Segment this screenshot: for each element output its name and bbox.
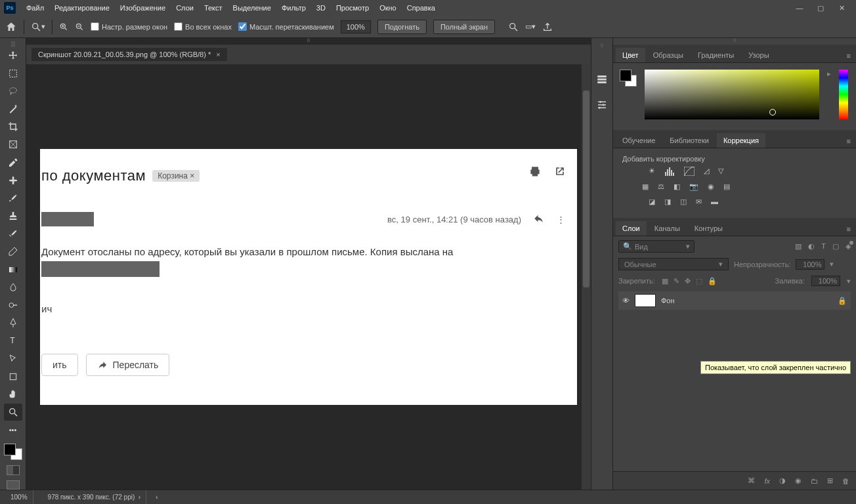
wand-tool[interactable] bbox=[4, 101, 22, 117]
home-icon[interactable] bbox=[5, 21, 17, 33]
lock-all-icon[interactable]: 🔒 bbox=[708, 277, 717, 285]
drag-handle-icon[interactable]: ⠿ bbox=[11, 41, 16, 46]
zoom-tool[interactable] bbox=[4, 404, 22, 420]
tab-color[interactable]: Цвет bbox=[616, 48, 645, 62]
blend-mode-select[interactable]: Обычные▾ bbox=[618, 258, 729, 270]
healing-tool[interactable] bbox=[4, 172, 22, 188]
search-icon[interactable] bbox=[508, 22, 519, 32]
color-swatches[interactable] bbox=[4, 444, 22, 460]
filter-adjust-icon[interactable]: ◐ bbox=[808, 242, 815, 251]
group-icon[interactable]: 🗀 bbox=[811, 477, 818, 485]
new-layer-icon[interactable]: ⊞ bbox=[827, 476, 833, 485]
threshold-icon[interactable]: ◫ bbox=[680, 198, 687, 206]
menu-text[interactable]: Текст bbox=[199, 0, 228, 16]
filter-toggle-icon[interactable] bbox=[849, 241, 853, 245]
menu-view[interactable]: Просмотр bbox=[331, 0, 374, 16]
minimize-button[interactable]: — bbox=[789, 0, 810, 16]
panel-menu-icon[interactable]: ≡ bbox=[842, 135, 856, 148]
filter-type-icon[interactable]: T bbox=[821, 242, 826, 251]
tab-libraries[interactable]: Библиотеки bbox=[663, 133, 716, 148]
menu-filter[interactable]: Фильтр bbox=[276, 0, 311, 16]
layer-row[interactable]: 👁 Фон 🔒 bbox=[618, 291, 851, 310]
delete-icon[interactable]: 🗑 bbox=[842, 477, 849, 485]
menu-layers[interactable]: Слои bbox=[171, 0, 199, 16]
panel-menu-icon[interactable]: ≡ bbox=[842, 222, 856, 236]
layer-filter-select[interactable]: 🔍 Вид ▾ bbox=[618, 240, 695, 253]
foreground-background-swatch[interactable] bbox=[620, 70, 637, 87]
filter-pixel-icon[interactable]: ▧ bbox=[795, 242, 802, 251]
lock-icon[interactable]: 🔒 bbox=[838, 297, 847, 305]
opacity-field[interactable]: 100% bbox=[796, 259, 824, 270]
screen-mode-toggle[interactable] bbox=[7, 480, 20, 490]
lock-brush-icon[interactable]: ✎ bbox=[674, 277, 679, 285]
brush-tool[interactable] bbox=[4, 190, 22, 206]
link-layers-icon[interactable]: ⌘ bbox=[748, 476, 755, 485]
color-balance-icon[interactable]: ⚖ bbox=[658, 182, 664, 191]
black-white-icon[interactable]: ◧ bbox=[674, 182, 680, 191]
panel-menu-icon[interactable]: ≡ bbox=[842, 49, 856, 62]
frame-tool[interactable] bbox=[4, 136, 22, 153]
close-icon[interactable]: × bbox=[216, 51, 220, 58]
canvas[interactable]: по документам Корзина × вс, 19 сент., 14… bbox=[26, 64, 591, 490]
fullscreen-button[interactable]: Полный экран bbox=[433, 20, 495, 34]
menu-window[interactable]: Окно bbox=[374, 0, 402, 16]
properties-panel-icon[interactable] bbox=[596, 98, 608, 110]
visibility-icon[interactable]: 👁 bbox=[622, 297, 630, 304]
color-lookup-icon[interactable]: ▤ bbox=[723, 182, 730, 191]
panel-expand-handle[interactable]: ⠿ bbox=[613, 38, 856, 45]
fx-icon[interactable]: fx bbox=[764, 477, 770, 485]
gradient-tool[interactable] bbox=[4, 261, 22, 278]
menu-help[interactable]: Справка bbox=[402, 0, 440, 16]
marquee-tool[interactable] bbox=[4, 65, 22, 81]
workspace-icon[interactable]: ▭▾ bbox=[525, 22, 536, 31]
dodge-tool[interactable] bbox=[4, 297, 22, 313]
vibrance-icon[interactable]: ▽ bbox=[718, 167, 723, 177]
brightness-contrast-icon[interactable]: ☀ bbox=[649, 167, 655, 177]
tab-learn[interactable]: Обучение bbox=[616, 133, 662, 148]
more-tools[interactable]: ••• bbox=[4, 422, 22, 438]
lock-position-icon[interactable]: ✥ bbox=[685, 277, 691, 285]
levels-icon[interactable] bbox=[664, 167, 675, 177]
selective-color-icon[interactable]: ✉ bbox=[696, 198, 702, 206]
type-tool[interactable]: T bbox=[4, 333, 22, 349]
scrubby-zoom-checkbox[interactable]: Масшт. перетаскиванием bbox=[238, 22, 334, 31]
document-tab[interactable]: Скриншот 20.09.21_00.05.39.png @ 100% (R… bbox=[32, 48, 227, 61]
lasso-tool[interactable] bbox=[4, 83, 22, 99]
mask-icon[interactable]: ◑ bbox=[779, 476, 786, 485]
maximize-button[interactable]: ▢ bbox=[810, 0, 831, 16]
menu-selection[interactable]: Выделение bbox=[228, 0, 276, 16]
tab-adjustments[interactable]: Коррекция bbox=[717, 133, 765, 148]
eraser-tool[interactable] bbox=[4, 243, 22, 260]
posterize-icon[interactable]: ◨ bbox=[664, 198, 671, 206]
eyedropper-tool[interactable] bbox=[4, 154, 22, 171]
blur-tool[interactable] bbox=[4, 279, 22, 295]
stamp-tool[interactable] bbox=[4, 208, 22, 224]
tab-gradients[interactable]: Градиенты bbox=[691, 48, 740, 62]
zoom-field[interactable]: 100% bbox=[341, 20, 371, 33]
invert-icon[interactable]: ◪ bbox=[649, 198, 655, 206]
crop-tool[interactable] bbox=[4, 119, 22, 135]
zoom-in-icon[interactable] bbox=[59, 22, 68, 32]
menu-image[interactable]: Изображение bbox=[115, 0, 171, 16]
status-chevron-icon[interactable]: ‹ bbox=[156, 494, 158, 501]
history-brush-tool[interactable] bbox=[4, 226, 22, 242]
adjustment-layer-icon[interactable]: ◉ bbox=[795, 476, 802, 485]
tab-paths[interactable]: Контуры bbox=[688, 221, 729, 236]
zoom-out-icon[interactable] bbox=[75, 22, 84, 32]
fill-field[interactable]: 100% bbox=[811, 276, 840, 286]
hue-slider[interactable] bbox=[839, 70, 848, 119]
hand-tool[interactable] bbox=[4, 386, 22, 402]
resize-windows-checkbox[interactable]: Настр. размер окон bbox=[91, 22, 167, 31]
shape-tool[interactable] bbox=[4, 368, 22, 385]
share-icon[interactable] bbox=[542, 22, 553, 32]
pen-tool[interactable] bbox=[4, 315, 22, 331]
panel-expand-handle[interactable]: ⠿ bbox=[600, 43, 604, 50]
path-select-tool[interactable] bbox=[4, 350, 22, 367]
all-windows-checkbox[interactable]: Во всех окнах bbox=[174, 22, 232, 31]
curves-icon[interactable] bbox=[684, 167, 695, 177]
tab-patterns[interactable]: Узоры bbox=[742, 48, 775, 62]
filter-shape-icon[interactable]: ▢ bbox=[832, 242, 839, 251]
close-button[interactable]: ✕ bbox=[831, 0, 852, 16]
color-field-picker[interactable] bbox=[645, 70, 819, 119]
menu-3d[interactable]: 3D bbox=[311, 0, 331, 16]
